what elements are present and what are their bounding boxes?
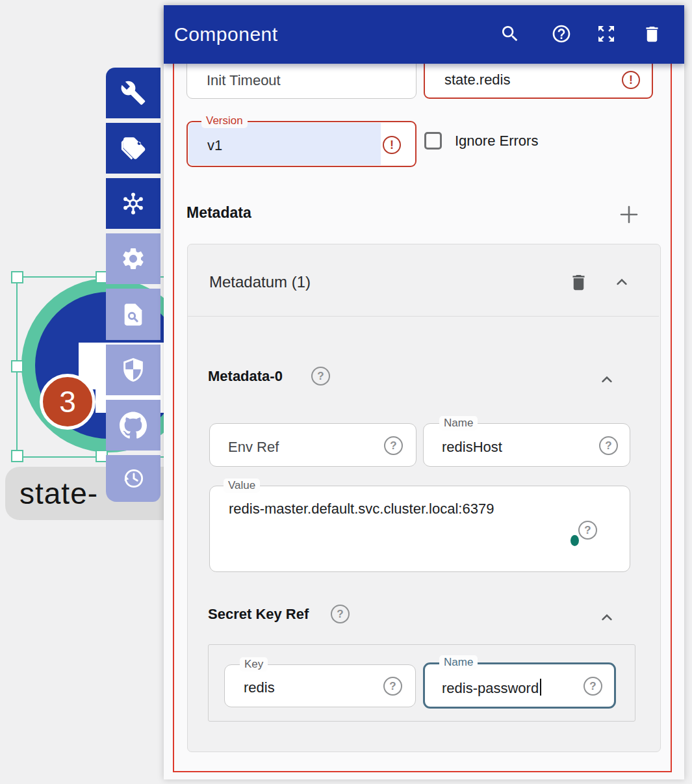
wrench-icon: [120, 80, 146, 106]
metadatum-card-title: Metadatum (1): [209, 273, 311, 291]
plus-icon: [617, 203, 641, 226]
document-search-icon: [120, 302, 146, 328]
version-value: v1: [207, 137, 222, 154]
selection-handle-bottom-left[interactable]: [11, 450, 23, 462]
shield-icon: [120, 357, 146, 383]
toolbar-button-history[interactable]: [106, 455, 160, 502]
toolbar-button-security[interactable]: [106, 345, 160, 395]
metadata-value-label: Value: [224, 478, 260, 493]
selection-handle-mid-left[interactable]: [11, 360, 23, 372]
text-cursor: [540, 679, 541, 696]
help-icon[interactable]: ?: [383, 677, 402, 696]
collapse-metadatum-button[interactable]: [608, 268, 636, 296]
help-icon[interactable]: ?: [599, 436, 618, 455]
metadata-value-text: redis-master.default.svc.cluster.local:6…: [210, 486, 630, 517]
toolbar-button-tags[interactable]: [106, 123, 160, 174]
badge-count: 3: [59, 384, 76, 419]
drawer-header: Component: [164, 5, 684, 64]
search-icon: [500, 23, 520, 44]
collapse-metadata0-button[interactable]: [593, 365, 621, 394]
delete-component-button[interactable]: [637, 20, 666, 48]
error-icon: !: [622, 71, 640, 89]
drag-dot[interactable]: [570, 535, 579, 546]
app-root: 3 state-: [0, 0, 692, 784]
help-icon[interactable]: ?: [311, 367, 330, 385]
help-icon[interactable]: ?: [578, 521, 597, 540]
trash-icon: [569, 272, 589, 293]
help-icon[interactable]: ?: [583, 677, 602, 696]
ignore-errors-checkbox[interactable]: [424, 132, 442, 150]
secret-name-value: redis-password: [442, 680, 539, 696]
help-icon[interactable]: ?: [384, 436, 403, 455]
collapse-secret-button[interactable]: [593, 603, 621, 632]
selection-handle-top-left[interactable]: [11, 271, 23, 283]
toolbar-button-github[interactable]: [106, 400, 160, 451]
secret-key-ref-heading: Secret Key Ref: [208, 606, 309, 623]
search-button[interactable]: [496, 20, 524, 48]
metadata-heading: Metadata: [186, 204, 251, 222]
gear-icon: [120, 246, 146, 272]
metadata0-heading: Metadata-0: [208, 368, 283, 385]
toolbar-button-hub[interactable]: [106, 178, 160, 229]
error-icon: !: [383, 136, 401, 154]
help-icon[interactable]: ?: [331, 605, 350, 623]
toolbar-button-settings[interactable]: [106, 233, 160, 284]
secret-name-label: Name: [439, 655, 478, 670]
ignore-errors-label: Ignore Errors: [455, 132, 538, 150]
node-name-text: state-: [19, 477, 98, 510]
history-icon: [121, 466, 146, 491]
trash-icon: [642, 24, 662, 44]
delete-metadatum-button[interactable]: [564, 268, 593, 296]
toolbar-button-inspect[interactable]: [106, 289, 160, 340]
error-count-badge[interactable]: 3: [40, 374, 96, 430]
secret-key-label: Key: [240, 657, 268, 672]
tag-icon: [120, 135, 146, 161]
fullscreen-icon: [596, 23, 617, 44]
drawer-title: Component: [174, 5, 278, 64]
env-ref-field[interactable]: Env Ref ?: [209, 423, 416, 467]
card-divider: [188, 316, 659, 317]
github-icon: [120, 412, 147, 439]
chevron-up-icon: [598, 371, 616, 389]
toolbar-button-build[interactable]: [106, 68, 160, 118]
chevron-up-icon: [613, 273, 631, 291]
metadata-value-field[interactable]: redis-master.default.svc.cluster.local:6…: [209, 486, 630, 572]
chevron-up-icon: [598, 608, 616, 627]
expand-button[interactable]: [592, 20, 621, 48]
version-label: Version: [201, 114, 248, 128]
metadata-name-label: Name: [439, 416, 478, 430]
hub-icon: [120, 190, 147, 217]
help-icon: [551, 23, 572, 44]
help-button[interactable]: [547, 20, 576, 48]
add-metadata-button[interactable]: [615, 200, 643, 229]
